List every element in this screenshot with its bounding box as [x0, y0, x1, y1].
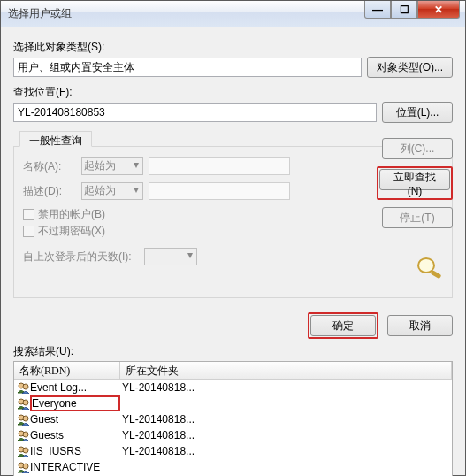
- row-folder: YL-20140818...: [120, 429, 195, 441]
- grid-header[interactable]: 名称(RDN) 所在文件夹: [14, 362, 452, 380]
- common-query-tab[interactable]: 一般性查询: [19, 131, 92, 147]
- table-row[interactable]: Event Log...YL-20140818...: [14, 380, 452, 395]
- find-now-button[interactable]: 立即查找(N): [379, 169, 450, 190]
- user-group-icon: [16, 381, 30, 394]
- object-types-button[interactable]: 对象类型(O)...: [367, 57, 453, 78]
- disabled-accounts-label: 禁用的帐户(B): [38, 207, 105, 222]
- name-mode-select[interactable]: 起始为: [81, 157, 143, 175]
- disabled-accounts-checkbox[interactable]: [23, 209, 34, 220]
- svg-point-7: [23, 416, 28, 421]
- row-name: Everyone: [30, 395, 120, 411]
- search-icon: [414, 256, 446, 281]
- ok-highlight: 确定: [308, 312, 378, 339]
- user-group-icon: [16, 445, 30, 457]
- no-expire-label: 不过期密码(X): [38, 224, 105, 239]
- name-label: 名称(A):: [23, 159, 76, 174]
- minimize-button[interactable]: —: [364, 1, 391, 19]
- columns-button[interactable]: 列(C)...: [382, 138, 453, 159]
- user-group-icon: [16, 429, 30, 441]
- window-title: 选择用户或组: [8, 6, 72, 21]
- row-folder: YL-20140818...: [120, 381, 195, 394]
- content-area: 选择此对象类型(S): 对象类型(O)... 查找位置(F): 位置(L)...…: [1, 27, 465, 475]
- object-type-input[interactable]: [13, 58, 362, 77]
- desc-input[interactable]: [149, 182, 290, 200]
- row-name: Event Log...: [30, 381, 120, 394]
- location-label: 查找位置(F):: [13, 85, 453, 100]
- last-logon-label: 自上次登录后的天数(I):: [23, 250, 132, 265]
- table-row[interactable]: GuestsYL-20140818...: [14, 427, 452, 443]
- header-name[interactable]: 名称(RDN): [14, 362, 120, 379]
- svg-point-3: [23, 384, 28, 389]
- window-controls: — ☐ ✕: [364, 1, 460, 19]
- svg-point-11: [23, 448, 28, 453]
- ok-button[interactable]: 确定: [310, 315, 376, 336]
- find-now-highlight: 立即查找(N): [377, 166, 453, 200]
- last-logon-select[interactable]: [144, 248, 197, 265]
- stop-button[interactable]: 停止(T): [382, 207, 453, 228]
- row-name: Guests: [30, 429, 120, 441]
- row-name: IIS_IUSRS: [30, 445, 120, 457]
- row-name: Guest: [30, 413, 120, 426]
- no-expire-checkbox[interactable]: [23, 226, 34, 237]
- location-input[interactable]: [13, 103, 377, 122]
- object-type-label: 选择此对象类型(S):: [13, 40, 453, 55]
- svg-point-9: [23, 432, 28, 437]
- table-row[interactable]: GuestYL-20140818...: [14, 411, 452, 427]
- results-label: 搜索结果(U):: [13, 344, 453, 359]
- grid-body: Event Log...YL-20140818...EveryoneGuestY…: [14, 380, 452, 476]
- desc-mode-select[interactable]: 起始为: [81, 182, 143, 200]
- row-folder: YL-20140818...: [120, 445, 195, 457]
- user-group-icon: [16, 397, 30, 410]
- row-folder: YL-20140818...: [120, 413, 195, 426]
- header-folder[interactable]: 所在文件夹: [120, 362, 452, 379]
- locations-button[interactable]: 位置(L)...: [382, 102, 453, 123]
- close-button[interactable]: ✕: [417, 1, 460, 19]
- row-name: INTERACTIVE: [30, 461, 120, 473]
- user-group-icon: [16, 461, 30, 473]
- maximize-button[interactable]: ☐: [391, 1, 417, 19]
- name-input[interactable]: [149, 157, 290, 175]
- table-row[interactable]: Everyone: [14, 395, 452, 411]
- svg-point-0: [418, 258, 434, 273]
- right-button-column: 列(C)... 立即查找(N) 停止(T): [377, 138, 453, 228]
- user-group-icon: [16, 413, 30, 426]
- cancel-button[interactable]: 取消: [387, 315, 453, 336]
- table-row[interactable]: INTERACTIVE: [14, 459, 452, 475]
- svg-point-5: [23, 400, 28, 405]
- table-row[interactable]: IIS_IUSRSYL-20140818...: [14, 443, 452, 459]
- svg-rect-1: [431, 270, 442, 279]
- svg-point-13: [23, 464, 28, 469]
- titlebar[interactable]: 选择用户或组 — ☐ ✕: [1, 1, 465, 27]
- dialog-window: 选择用户或组 — ☐ ✕ 选择此对象类型(S): 对象类型(O)... 查找位置…: [0, 0, 466, 476]
- results-grid: 名称(RDN) 所在文件夹 Event Log...YL-20140818...…: [13, 361, 453, 476]
- desc-label: 描述(D):: [23, 184, 76, 199]
